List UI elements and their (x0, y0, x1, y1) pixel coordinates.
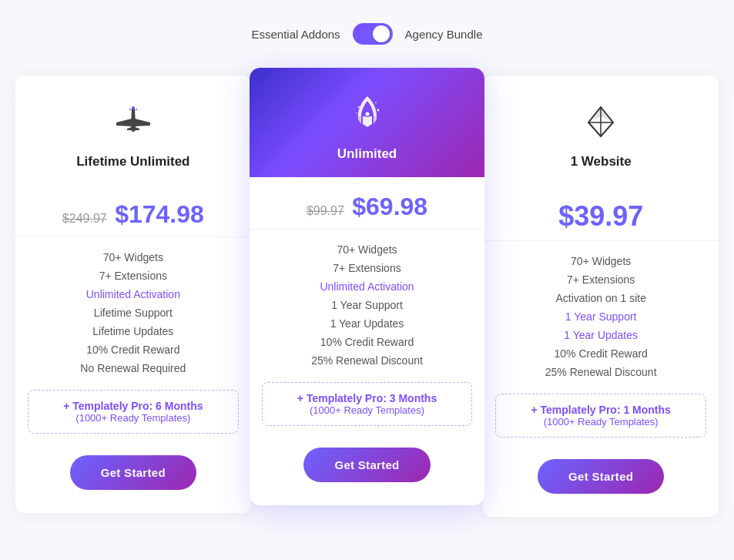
svg-point-2 (129, 108, 131, 110)
feature-widgets: 70+ Widgets (103, 251, 163, 263)
features-website: 70+ Widgets 7+ Extensions Activation on … (483, 241, 719, 384)
feature-extensions: 7+ Extensions (99, 270, 167, 282)
feature-updates-w: 1 Year Updates (564, 329, 638, 341)
feature-activation: Unlimited Activation (86, 288, 180, 300)
feature-renewal-w: 25% Renewal Discount (545, 366, 657, 378)
toggle-right-label: Agency Bundle (405, 28, 483, 41)
card-title-unlimited: Unlimited (337, 146, 397, 162)
feature-extensions-u: 7+ Extensions (333, 262, 401, 274)
cta-button-website[interactable]: Get Started (538, 459, 664, 494)
svg-point-6 (357, 106, 359, 107)
rocket-icon (344, 91, 390, 137)
diamond-icon (578, 99, 624, 145)
feature-support-w: 1 Year Support (565, 310, 637, 323)
pricing-lifetime: $249.97 $174.98 (15, 185, 251, 237)
pricing-toggle-row: Essential Addons Agency Bundle (252, 23, 483, 45)
svg-point-7 (375, 102, 377, 103)
bonus-box-lifetime: + Templately Pro: 6 Months (1000+ Ready … (28, 390, 239, 434)
cta-button-unlimited[interactable]: Get Started (303, 448, 430, 482)
bonus-text-website: + Templately Pro: 1 Months (508, 404, 693, 416)
feature-support-u: 1 Year Support (331, 299, 403, 311)
bonus-sub-website: (1000+ Ready Templates) (508, 416, 693, 428)
feature-widgets-u: 70+ Widgets (337, 243, 397, 256)
feature-widgets-w: 70+ Widgets (571, 255, 631, 267)
features-unlimited: 70+ Widgets 7+ Extensions Unlimited Acti… (250, 230, 485, 373)
card-lifetime-unlimited: Lifetime Unlimited $249.97 $174.98 70+ W… (15, 75, 251, 513)
card-header-lifetime: Lifetime Unlimited (15, 75, 251, 185)
toggle-switch[interactable] (353, 23, 393, 45)
card-one-website: 1 Website $39.97 70+ Widgets 7+ Extensio… (483, 75, 719, 517)
sale-price-lifetime: $174.98 (115, 200, 204, 228)
feature-activation-w: Activation on 1 site (555, 292, 646, 304)
svg-point-1 (132, 106, 135, 109)
bonus-text-lifetime: + Templately Pro: 6 Months (41, 400, 226, 412)
feature-activation-u: Unlimited Activation (320, 280, 414, 293)
card-title-lifetime: Lifetime Unlimited (76, 154, 189, 169)
pricing-unlimited: $99.97 $69.98 (250, 177, 485, 230)
feature-updates: Lifetime Updates (92, 325, 173, 337)
feature-renewal-u: 25% Renewal Discount (311, 354, 423, 367)
feature-renewal: No Renewal Required (80, 362, 186, 374)
cta-button-lifetime[interactable]: Get Started (70, 455, 196, 490)
original-price-lifetime: $249.97 (62, 212, 107, 225)
toggle-left-label: Essential Addons (252, 28, 340, 41)
card-unlimited: Unlimited $99.97 $69.98 70+ Widgets 7+ E… (250, 68, 485, 505)
svg-point-9 (356, 112, 357, 114)
card-header-website: 1 Website (483, 75, 719, 185)
bonus-sub-lifetime: (1000+ Ready Templates) (41, 412, 226, 424)
feature-updates-u: 1 Year Updates (330, 317, 404, 330)
feature-credit-w: 10% Credit Reward (554, 347, 647, 360)
bonus-box-website: + Templately Pro: 1 Months (1000+ Ready … (495, 394, 706, 438)
feature-credit: 10% Credit Reward (86, 344, 179, 356)
features-lifetime: 70+ Widgets 7+ Extensions Unlimited Acti… (15, 237, 251, 381)
feature-extensions-w: 7+ Extensions (567, 273, 635, 286)
svg-point-8 (377, 109, 379, 111)
pricing-website: $39.97 (483, 185, 719, 241)
bonus-sub-unlimited: (1000+ Ready Templates) (275, 404, 460, 416)
sale-price-unlimited: $69.98 (352, 193, 427, 220)
price-only-website: $39.97 (558, 200, 643, 232)
original-price-unlimited: $99.97 (307, 204, 344, 217)
svg-point-3 (135, 108, 137, 110)
feature-credit-u: 10% Credit Reward (320, 336, 414, 348)
toggle-knob (373, 25, 390, 42)
bonus-text-unlimited: + Templately Pro: 3 Months (275, 392, 460, 404)
svg-point-5 (365, 112, 369, 116)
pricing-cards-container: Lifetime Unlimited $249.97 $174.98 70+ W… (15, 75, 719, 517)
card-header-unlimited: Unlimited (250, 68, 485, 177)
feature-support: Lifetime Support (94, 307, 173, 319)
card-title-website: 1 Website (571, 154, 632, 169)
bonus-box-unlimited: + Templately Pro: 3 Months (1000+ Ready … (262, 382, 473, 426)
plane-icon (110, 99, 156, 145)
